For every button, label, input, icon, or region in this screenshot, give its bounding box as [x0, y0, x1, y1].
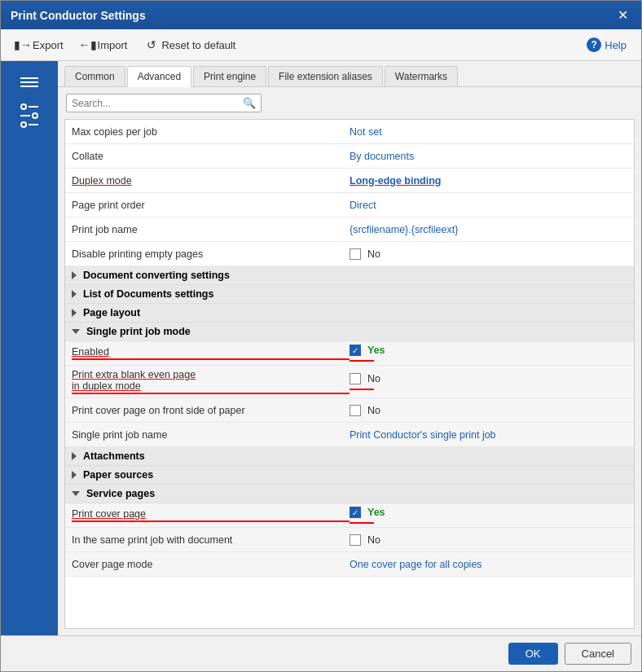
setting-row-max-copies: Max copies per job Not set	[65, 120, 634, 144]
setting-value-duplex[interactable]: Long-edge binding	[350, 175, 627, 187]
main-area: Common Advanced Print engine File extens…	[1, 61, 641, 635]
setting-value-same-job[interactable]: No	[350, 534, 627, 546]
checkbox-cover-front[interactable]	[350, 405, 361, 416]
setting-label-duplex: Duplex mode	[72, 175, 350, 187]
setting-value-max-copies[interactable]: Not set	[350, 126, 627, 138]
section-paper-sources[interactable]: Paper sources	[65, 466, 634, 485]
section-attachments[interactable]: Attachments	[65, 447, 634, 466]
setting-label-extra-blank: Print extra blank even page in duplex mo…	[72, 369, 211, 392]
section-single-print[interactable]: Single print job mode	[65, 323, 634, 341]
setting-label-cover-front: Print cover page on front side of paper	[72, 405, 350, 416]
extra-blank-value-underline	[350, 389, 374, 390]
tab-watermarks[interactable]: Watermarks	[385, 66, 458, 86]
dialog-footer: OK Cancel	[1, 635, 641, 671]
search-bar: 🔍	[58, 87, 641, 119]
cancel-button[interactable]: Cancel	[565, 643, 631, 665]
ok-button[interactable]: OK	[508, 643, 558, 665]
setting-value-print-job-name[interactable]: {srcfilename}.{srcfileext}	[350, 224, 627, 235]
left-sidebar	[1, 61, 58, 635]
collapse-icon-paper-sources	[72, 471, 77, 479]
setting-row-duplex: Duplex mode Long-edge binding	[65, 169, 634, 193]
content-area: Common Advanced Print engine File extens…	[58, 61, 641, 635]
section-document-converting[interactable]: Document converting settings	[65, 266, 634, 285]
checkbox-disable-empty[interactable]	[350, 248, 361, 260]
section-service-pages[interactable]: Service pages	[65, 485, 634, 503]
setting-row-collate: Collate By documents	[65, 144, 634, 169]
search-icon: 🔍	[243, 97, 256, 109]
settings-panel: Max copies per job Not set Collate By do…	[64, 119, 635, 629]
setting-row-cover-front: Print cover page on front side of paper …	[65, 398, 634, 423]
tab-file-extension[interactable]: File extension aliases	[268, 66, 383, 86]
collapse-icon-list-docs	[72, 290, 77, 298]
setting-value-page-print-order[interactable]: Direct	[350, 200, 627, 211]
setting-row-single-job-name: Single print job name Print Conductor's …	[65, 423, 634, 447]
setting-label-page-print-order: Page print order	[72, 200, 350, 211]
checkbox-print-cover[interactable]: ✓	[350, 507, 361, 518]
setting-value-cover-mode[interactable]: One cover page for all copies	[350, 559, 627, 570]
setting-row-cover-mode: Cover page mode One cover page for all c…	[65, 552, 634, 577]
setting-value-single-job-name[interactable]: Print Conductor's single print job	[350, 429, 627, 441]
tab-common[interactable]: Common	[64, 66, 125, 86]
setting-value-print-cover[interactable]: ✓ Yes	[350, 507, 627, 524]
setting-value-extra-blank[interactable]: No	[350, 373, 627, 390]
setting-row-print-cover: Print cover page ✓ Yes	[65, 503, 634, 528]
reset-button[interactable]: ↺ Reset to default	[138, 34, 243, 55]
setting-row-print-job-name: Print job name {srcfilename}.{srcfileext…	[65, 217, 634, 242]
setting-label-enabled: Enabled	[72, 346, 211, 358]
reset-icon: ↺	[145, 38, 158, 51]
enabled-value-underline	[350, 360, 374, 362]
setting-value-enabled[interactable]: ✓ Yes	[350, 345, 627, 362]
dialog-window: Print Conductor Settings ✕ ▮→ Export ←▮ …	[0, 0, 642, 672]
setting-value-disable-empty[interactable]: No	[350, 248, 627, 260]
help-button[interactable]: ? Help	[580, 34, 633, 55]
title-bar: Print Conductor Settings ✕	[1, 1, 641, 29]
export-icon: ▮→	[16, 38, 29, 51]
setting-row-enabled: Enabled ✓ Yes	[65, 341, 634, 366]
setting-label-print-cover: Print cover page	[72, 508, 211, 520]
setting-row-same-job: In the same print job with document No	[65, 528, 634, 552]
setting-label-max-copies: Max copies per job	[72, 126, 350, 138]
search-input[interactable]	[72, 98, 243, 109]
setting-label-cover-mode: Cover page mode	[72, 559, 350, 570]
adjust-icon[interactable]	[17, 100, 42, 131]
dialog-title: Print Conductor Settings	[11, 9, 146, 22]
search-wrapper: 🔍	[66, 94, 262, 112]
setting-value-cover-front[interactable]: No	[350, 405, 627, 416]
setting-label-collate: Collate	[72, 151, 350, 162]
import-button[interactable]: ←▮ Import	[74, 34, 135, 55]
collapse-icon-single-print	[72, 329, 80, 334]
extra-blank-underline	[72, 393, 350, 394]
print-cover-underline	[72, 520, 350, 522]
help-icon: ?	[587, 37, 601, 52]
tabs-row: Common Advanced Print engine File extens…	[58, 61, 641, 87]
setting-value-collate[interactable]: By documents	[350, 151, 627, 162]
close-button[interactable]: ✕	[614, 7, 631, 23]
checkbox-extra-blank[interactable]	[350, 373, 361, 384]
setting-label-single-job-name: Single print job name	[72, 429, 350, 441]
enabled-underline	[72, 358, 350, 360]
settings-icon[interactable]	[17, 74, 42, 90]
checkbox-enabled[interactable]: ✓	[350, 345, 361, 356]
collapse-icon-service-pages	[72, 491, 80, 496]
collapse-icon-doc-converting	[72, 271, 77, 279]
tab-print-engine[interactable]: Print engine	[193, 66, 266, 86]
import-icon: ←▮	[81, 38, 95, 51]
setting-label-disable-empty: Disable printing empty pages	[72, 248, 350, 260]
toolbar: ▮→ Export ←▮ Import ↺ Reset to default ?…	[1, 29, 641, 61]
section-page-layout[interactable]: Page layout	[65, 304, 634, 323]
section-list-documents[interactable]: List of Documents settings	[65, 285, 634, 304]
setting-row-page-print-order: Page print order Direct	[65, 193, 634, 217]
checkbox-same-job[interactable]	[350, 534, 361, 546]
tab-advanced[interactable]: Advanced	[127, 66, 191, 87]
setting-label-same-job: In the same print job with document	[72, 534, 350, 546]
setting-row-extra-blank: Print extra blank even page in duplex mo…	[65, 366, 634, 398]
setting-row-disable-empty: Disable printing empty pages No	[65, 242, 634, 266]
collapse-icon-attachments	[72, 452, 77, 460]
export-button[interactable]: ▮→ Export	[9, 34, 71, 55]
collapse-icon-page-layout	[72, 309, 77, 317]
setting-label-print-job-name: Print job name	[72, 224, 350, 235]
print-cover-value-underline	[350, 522, 374, 524]
